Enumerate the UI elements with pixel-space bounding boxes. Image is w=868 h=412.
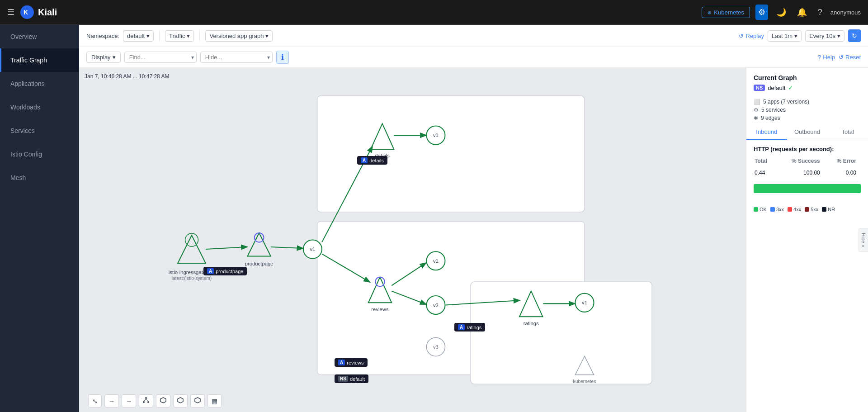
- rp-content: HTTP (requests per second): Total % Succ…: [746, 140, 868, 412]
- svg-text:ratings: ratings: [524, 321, 539, 326]
- rp-stats: ⬜ 5 apps (7 versions) ⚙ 5 services ✱ 9 e…: [746, 95, 868, 125]
- svg-line-46: [146, 399, 148, 401]
- rp-ns-name: default: [768, 85, 785, 91]
- sidebar-item-workloads[interactable]: Workloads: [0, 95, 79, 119]
- legend-3xx-dot: [770, 207, 775, 212]
- rp-stat-services: ⚙ 5 services: [754, 107, 861, 113]
- graph-type-select[interactable]: Versioned app graph ▾: [205, 30, 273, 42]
- label-0: 0: [754, 195, 758, 203]
- chevron-down-icon: ▾: [265, 33, 269, 39]
- display-button[interactable]: Display ▾: [86, 52, 121, 63]
- ratings-app-label: A ratings: [454, 323, 485, 331]
- reviews-app-label: A reviews: [335, 358, 368, 367]
- sidebar-item-mesh[interactable]: Mesh: [0, 166, 79, 189]
- sidebar-item-istio-config[interactable]: Istio Config: [0, 142, 79, 166]
- theme-toggle-button[interactable]: 🌙: [774, 5, 789, 20]
- layout-button-3[interactable]: [173, 394, 188, 407]
- svg-text:v1: v1: [582, 300, 587, 305]
- arrow-button-2[interactable]: →: [122, 394, 136, 407]
- svg-rect-4: [471, 282, 652, 384]
- table-row: 0.44 100.00 0.00: [755, 168, 860, 178]
- layout-button-2[interactable]: [156, 394, 170, 407]
- col-total: Total: [755, 158, 776, 167]
- help-button[interactable]: ?: [815, 5, 825, 20]
- sidebar-item-traffic-graph[interactable]: Traffic Graph: [0, 48, 79, 72]
- tab-total[interactable]: Total: [827, 125, 868, 140]
- legend-4xx-label: 4xx: [793, 207, 801, 212]
- replay-button[interactable]: ↺ Replay: [739, 33, 764, 39]
- notifications-button[interactable]: 🔔: [794, 5, 810, 20]
- svg-text:reviews: reviews: [371, 307, 389, 312]
- svg-text:v1: v1: [433, 258, 439, 264]
- svg-text:kubernetes: kubernetes: [573, 379, 596, 384]
- last-time-select[interactable]: Last 1m ▾: [768, 30, 802, 42]
- namespace-select[interactable]: default ▾: [123, 30, 154, 42]
- productpage-app-label: A productpage: [203, 267, 247, 275]
- legend-nr: NR: [822, 207, 835, 212]
- kiali-logo-icon: K: [20, 5, 34, 19]
- toolbar-divider-2: [199, 30, 200, 41]
- services-icon: ⚙: [754, 107, 759, 113]
- settings-button[interactable]: ⚙: [755, 5, 768, 20]
- legend-5xx: 5xx: [805, 207, 818, 212]
- kubernetes-label: Kubernetes: [714, 9, 744, 16]
- reset-icon: ↺: [839, 54, 844, 61]
- hamburger-menu[interactable]: ☰: [7, 7, 14, 17]
- kubernetes-icon: ⎈: [708, 9, 711, 16]
- ratings-label-text: ratings: [467, 325, 481, 330]
- refresh-button[interactable]: ↻: [848, 29, 861, 42]
- rp-tabs: Inbound Outbound Total: [746, 125, 868, 140]
- layout-button-4[interactable]: [190, 394, 205, 407]
- svg-point-42: [145, 397, 147, 399]
- right-panel: Current Graph NS default ✓ ⬜ 5 apps (7 v…: [746, 68, 868, 412]
- sidebar-item-overview[interactable]: Overview: [0, 25, 79, 48]
- a-badge: A: [207, 268, 214, 274]
- info-button[interactable]: ℹ: [276, 51, 289, 64]
- details-app-label: A details: [357, 156, 387, 165]
- hide-input[interactable]: [200, 52, 273, 63]
- label-50: 50: [799, 195, 807, 203]
- sidebar-item-services[interactable]: Services: [0, 119, 79, 142]
- sidebar-item-applications[interactable]: Applications: [0, 72, 79, 95]
- help-link[interactable]: ? Help: [818, 54, 835, 61]
- namespace-label: Namespace:: [86, 33, 119, 39]
- a-badge: A: [338, 360, 345, 365]
- col-error: % Error: [825, 158, 860, 167]
- svg-marker-47: [160, 398, 166, 403]
- tab-inbound[interactable]: Inbound: [746, 125, 787, 140]
- legend-5xx-label: 5xx: [811, 207, 818, 212]
- legend-nr-dot: [822, 207, 826, 212]
- hide-panel-button[interactable]: Hide »: [859, 228, 868, 252]
- chevron-down-icon: ▾: [837, 33, 840, 39]
- legend-ok: OK: [754, 207, 767, 212]
- layout-button-1[interactable]: [139, 394, 153, 407]
- rp-header: Current Graph NS default ✓: [746, 68, 868, 95]
- svg-text:v2: v2: [433, 303, 439, 308]
- a-badge: A: [458, 324, 465, 330]
- arrow-button-1[interactable]: →: [104, 394, 119, 407]
- cell-total: 0.44: [755, 168, 776, 178]
- svg-marker-49: [195, 398, 200, 403]
- graph-canvas[interactable]: Jan 7, 10:46:28 AM ... 10:47:28 AM istio…: [79, 68, 746, 412]
- rp-namespace-row: NS default ✓: [754, 84, 861, 91]
- reset-link[interactable]: ↺ Reset: [839, 54, 861, 61]
- label-25: 25: [774, 195, 783, 203]
- find-input[interactable]: [124, 52, 197, 63]
- tab-outbound[interactable]: Outbound: [787, 125, 828, 140]
- fullscreen-button[interactable]: ⤡: [88, 394, 102, 407]
- chart-button[interactable]: ▦: [208, 394, 222, 407]
- svg-marker-5: [178, 235, 206, 263]
- services-stat-text: 5 services: [761, 107, 786, 113]
- rp-status-check: ✓: [788, 84, 793, 91]
- svg-text:v1: v1: [433, 133, 439, 138]
- traffic-select[interactable]: Traffic ▾: [165, 30, 194, 42]
- logo: K Kiali: [20, 5, 57, 19]
- find-chevron-icon: ▾: [191, 54, 194, 61]
- top-navigation: ☰ K Kiali ⎈ Kubernetes ⚙ 🌙 🔔 ? anonymous: [0, 0, 868, 25]
- kubernetes-button[interactable]: ⎈ Kubernetes: [702, 7, 750, 18]
- chevron-down-icon: ▾: [794, 33, 797, 39]
- a-badge: A: [361, 157, 368, 163]
- every-time-select[interactable]: Every 10s ▾: [805, 30, 844, 42]
- rp-title: Current Graph: [754, 74, 861, 81]
- svg-point-43: [143, 401, 145, 403]
